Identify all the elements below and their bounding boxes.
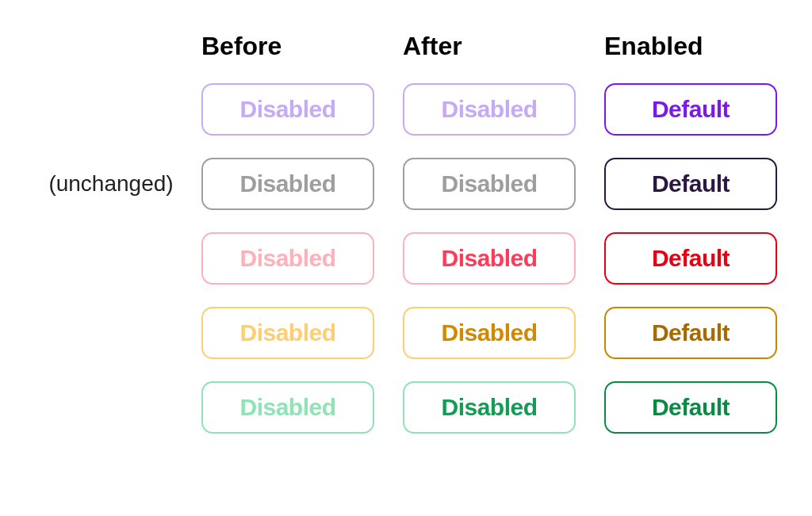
column-header-enabled: Enabled [604, 32, 795, 61]
button-red-after[interactable]: Disabled [403, 232, 576, 285]
row-label-gray: (unchanged) [32, 171, 190, 197]
button-green-before[interactable]: Disabled [201, 381, 374, 434]
button-purple-before[interactable]: Disabled [201, 83, 374, 136]
button-orange-before[interactable]: Disabled [201, 307, 374, 359]
column-header-before: Before [201, 32, 392, 61]
button-gray-before[interactable]: Disabled [201, 158, 374, 210]
header-spacer [32, 46, 190, 47]
comparison-grid: Before After Enabled Disabled Disabled D… [32, 32, 780, 434]
button-orange-after[interactable]: Disabled [403, 307, 576, 359]
column-header-after: After [403, 32, 593, 61]
button-purple-enabled[interactable]: Default [604, 83, 777, 136]
button-red-before[interactable]: Disabled [201, 232, 374, 285]
button-green-enabled[interactable]: Default [604, 381, 777, 434]
button-green-after[interactable]: Disabled [403, 381, 576, 434]
button-purple-after[interactable]: Disabled [403, 83, 576, 136]
button-gray-after[interactable]: Disabled [403, 158, 576, 210]
button-orange-enabled[interactable]: Default [604, 307, 777, 359]
button-red-enabled[interactable]: Default [604, 232, 777, 285]
button-gray-enabled[interactable]: Default [604, 158, 777, 210]
